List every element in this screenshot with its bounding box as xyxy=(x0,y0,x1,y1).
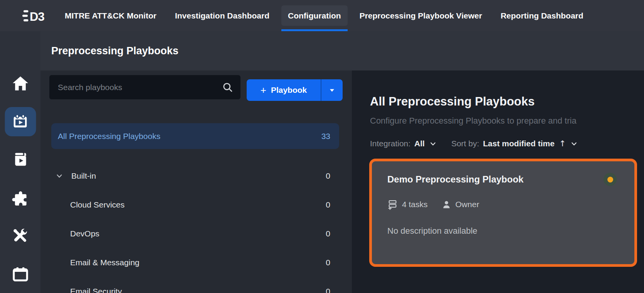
schedule-calendar-icon xyxy=(12,266,29,283)
list-item-email-security[interactable]: Email Security 0 xyxy=(51,278,339,293)
list-item-count: 0 xyxy=(326,258,330,267)
new-playbook-dropdown-button[interactable] xyxy=(321,79,343,101)
list-item-cloud-services[interactable]: Cloud Services 0 xyxy=(51,192,339,218)
search-icon xyxy=(222,82,234,93)
sidebar-item-playbook-library[interactable] xyxy=(12,151,29,168)
section-heading: All Preprocessing Playbooks xyxy=(370,95,535,109)
svg-text:D3: D3 xyxy=(30,10,44,23)
chevron-down-icon[interactable] xyxy=(55,172,63,180)
sort-filter-value: Last modified time xyxy=(483,139,555,148)
list-item-devops[interactable]: DevOps 0 xyxy=(51,221,339,246)
list-item-label: DevOps xyxy=(70,229,99,238)
sidebar-item-schedule[interactable] xyxy=(12,266,29,283)
list-item-label: All Preprocessing Playbooks xyxy=(58,132,160,141)
page-title: Preprocessing Playbooks xyxy=(51,45,178,57)
section-subtitle: Configure Preprocessing Playbooks to pre… xyxy=(370,116,577,126)
playbook-library-icon xyxy=(12,151,29,168)
chevron-down-icon xyxy=(570,140,578,147)
status-badge xyxy=(604,173,617,186)
list-item-count: 33 xyxy=(321,132,330,141)
new-playbook-button-label: Playbook xyxy=(271,85,307,95)
sidebar-item-integrations[interactable] xyxy=(11,190,30,208)
list-item-built-in[interactable]: Built-in 0 xyxy=(51,163,339,189)
owner-label: Owner xyxy=(456,200,479,209)
playbook-card-description: No description available xyxy=(387,226,619,236)
integration-filter[interactable]: Integration: All xyxy=(370,139,437,148)
playbook-detail-panel: All Preprocessing Playbooks Configure Pr… xyxy=(352,70,644,293)
playbook-list-panel: + Playbook All Preprocessing Playbooks 3… xyxy=(40,70,352,293)
list-item-label: Email & Messaging xyxy=(70,258,140,267)
playbook-category-list: All Preprocessing Playbooks 33 Built-in … xyxy=(51,123,339,293)
playbook-card-title: Demo Preprocessing Playbook xyxy=(387,174,523,185)
home-icon xyxy=(12,75,29,92)
sidebar-item-home[interactable] xyxy=(12,75,29,92)
playbook-calendar-icon xyxy=(12,113,29,130)
integration-filter-value: All xyxy=(414,139,425,148)
sort-direction-up-icon[interactable]: ↑ xyxy=(559,139,566,148)
tasks-meta: 4 tasks xyxy=(387,199,428,210)
search-box xyxy=(49,75,240,99)
nav-tabs: MITRE ATT&CK Monitor Investigation Dashb… xyxy=(58,0,595,31)
list-item-count: 0 xyxy=(326,287,330,293)
owner-meta: Owner xyxy=(442,200,479,209)
search-input[interactable] xyxy=(49,83,222,92)
list-item-count: 0 xyxy=(326,200,330,209)
page-header: Preprocessing Playbooks xyxy=(40,31,644,70)
tab-preprocessing-playbook-viewer[interactable]: Preprocessing Playbook Viewer xyxy=(353,0,489,31)
sidebar-item-preprocessing-playbooks[interactable] xyxy=(5,107,36,136)
sidebar-item-utilities[interactable] xyxy=(12,227,29,245)
integration-filter-label: Integration: xyxy=(370,139,410,148)
status-dot xyxy=(607,177,613,182)
list-item-label: Email Security xyxy=(70,287,122,293)
list-item-label: Built-in xyxy=(71,171,96,181)
list-item-all-preprocessing-playbooks[interactable]: All Preprocessing Playbooks 33 xyxy=(51,123,339,149)
list-item-count: 0 xyxy=(326,171,330,181)
sort-filter-label: Sort by: xyxy=(451,139,479,148)
tasks-count: 4 tasks xyxy=(402,200,428,209)
list-item-email-messaging[interactable]: Email & Messaging 0 xyxy=(51,249,339,275)
tab-reporting-dashboard[interactable]: Reporting Dashboard xyxy=(494,0,590,31)
tasks-icon xyxy=(387,199,398,210)
playbook-card-demo-preprocessing[interactable]: Demo Preprocessing Playbook 4 tasks xyxy=(369,159,637,267)
sort-filter[interactable]: Sort by: Last modified time ↑ xyxy=(451,139,578,148)
new-playbook-split-button: + Playbook xyxy=(247,79,343,101)
d3-logo[interactable]: D3 xyxy=(22,8,48,23)
integrations-puzzle-icon xyxy=(11,190,30,208)
d3-logo-icon: D3 xyxy=(22,8,48,23)
tab-configuration[interactable]: Configuration xyxy=(281,0,348,31)
filter-bar: Integration: All Sort by: Last modified … xyxy=(370,139,578,148)
caret-down-icon xyxy=(329,87,335,94)
utilities-tools-icon xyxy=(12,227,29,245)
top-nav: D3 MITRE ATT&CK Monitor Investigation Da… xyxy=(0,0,644,31)
tab-mitre-attck-monitor[interactable]: MITRE ATT&CK Monitor xyxy=(58,0,163,31)
list-item-label: Cloud Services xyxy=(70,200,124,209)
tab-investigation-dashboard[interactable]: Investigation Dashboard xyxy=(168,0,276,31)
list-item-count: 0 xyxy=(326,229,330,238)
sidebar-rail xyxy=(0,31,40,293)
chevron-down-icon xyxy=(429,140,437,147)
new-playbook-button[interactable]: + Playbook xyxy=(247,79,321,101)
person-icon xyxy=(442,200,451,209)
